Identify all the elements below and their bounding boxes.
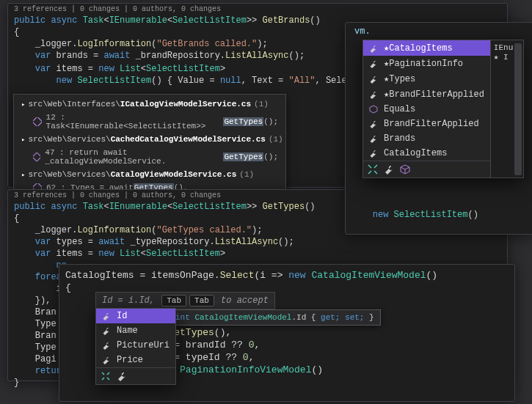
wrench-icon bbox=[369, 149, 379, 158]
method-icon bbox=[33, 117, 42, 126]
code-line[interactable]: var items = new List<SelectListItem> bbox=[8, 248, 507, 260]
autocomplete-item[interactable]: Name bbox=[96, 323, 175, 338]
svg-rect-1 bbox=[33, 153, 40, 161]
autocomplete-item[interactable]: Price bbox=[96, 353, 175, 367]
codelens-bar[interactable]: 3 references | 0 changes | 0 authors, 0 … bbox=[8, 4, 507, 15]
chevron-down-icon: ▸ bbox=[21, 136, 25, 144]
expand-icon[interactable] bbox=[101, 371, 111, 381]
svg-rect-0 bbox=[33, 117, 42, 126]
autocomplete-item[interactable]: Brands bbox=[363, 131, 490, 146]
autocomplete-item[interactable]: ★ Types bbox=[363, 71, 490, 87]
cube-icon bbox=[369, 105, 379, 114]
autocomplete-item[interactable]: ★ BrandFilterApplied bbox=[363, 87, 490, 102]
wrench-icon bbox=[369, 120, 379, 128]
star-icon: ★ bbox=[384, 43, 389, 54]
code-line[interactable]: vm. bbox=[349, 26, 532, 37]
autocomplete-list: ★ CatalogItems★ PaginationInfo★ Types★ B… bbox=[363, 40, 490, 177]
method-icon bbox=[33, 153, 40, 161]
autocomplete-item[interactable]: Equals bbox=[363, 102, 490, 117]
autocomplete-popup-1: ★ CatalogItems★ PaginationInfo★ Types★ B… bbox=[362, 40, 524, 178]
autocomplete-item[interactable]: Id bbox=[96, 309, 175, 323]
autocomplete-item[interactable]: ★ PaginationInfo bbox=[363, 56, 490, 71]
autocomplete-label: Equals bbox=[384, 104, 415, 114]
autocomplete-label: Id bbox=[117, 311, 127, 321]
ref-file-row[interactable]: ▸src\Web\Services\CatalogViewModelServic… bbox=[14, 168, 285, 181]
autocomplete-label: CatalogItems bbox=[389, 43, 452, 54]
autocomplete-popup-2: IdNamePictureUriPrice bbox=[95, 308, 176, 385]
chevron-down-icon: ▸ bbox=[21, 100, 25, 109]
inline-hint: Id = i.Id, TabTab to accept bbox=[95, 292, 275, 309]
wrench-icon[interactable] bbox=[384, 164, 394, 175]
star-icon: ★ bbox=[384, 58, 389, 69]
autocomplete-label: Types bbox=[389, 74, 415, 84]
autocomplete-label: Price bbox=[117, 355, 143, 365]
code-line[interactable]: new SelectListItem() bbox=[346, 209, 484, 221]
star-icon: ★ bbox=[384, 73, 389, 84]
autocomplete-item[interactable]: BrandFilterApplied bbox=[363, 117, 490, 131]
ref-line[interactable]: 12 : Task<IEnumerable<SelectListItem>> G… bbox=[14, 111, 285, 133]
wrench-icon[interactable] bbox=[117, 371, 127, 381]
star-wrench-icon bbox=[369, 44, 379, 53]
ref-file-row[interactable]: ▸src\Web\Interfaces\ICatalogViewModelSer… bbox=[14, 98, 285, 111]
code-line[interactable]: var types = await _typeRepository.ListAl… bbox=[8, 236, 507, 248]
autocomplete-label: BrandFilterApplied bbox=[389, 89, 484, 100]
star-wrench-icon bbox=[369, 75, 379, 84]
star-wrench-icon bbox=[369, 59, 379, 68]
autocomplete-label: PaginationInfo bbox=[389, 59, 463, 69]
ref-file-row[interactable]: ▸src\Web\Services\CachedCatalogViewModel… bbox=[14, 133, 285, 146]
autocomplete-toolbar bbox=[96, 367, 175, 384]
autocomplete-item[interactable]: CatalogItems bbox=[363, 146, 490, 161]
scrollbar[interactable] bbox=[514, 43, 522, 175]
wrench-icon bbox=[102, 356, 112, 364]
autocomplete-label: Name bbox=[117, 326, 138, 336]
autocomplete-item[interactable]: PictureUri bbox=[96, 338, 175, 353]
tab-key-hint: Tab bbox=[189, 295, 214, 306]
code-line[interactable]: CatalogItems = itemsOnPage.Select(i => n… bbox=[59, 269, 514, 282]
tab-key-hint: Tab bbox=[161, 295, 186, 306]
wrench-icon bbox=[369, 134, 379, 143]
ref-line[interactable]: 47 : return await _catalogViewModelServi… bbox=[14, 146, 285, 168]
star-wrench-icon bbox=[369, 90, 379, 99]
wrench-icon bbox=[102, 341, 112, 350]
wrench-icon bbox=[102, 312, 112, 320]
autocomplete-label: CatalogItems bbox=[384, 148, 447, 158]
signature-tooltip: int CatalogItemViewModel.Id { get; set; … bbox=[169, 309, 381, 326]
autocomplete-item[interactable]: ★ CatalogItems bbox=[363, 40, 490, 56]
autocomplete-label: Brands bbox=[384, 133, 415, 144]
cube-icon[interactable] bbox=[400, 164, 410, 175]
autocomplete-toolbar bbox=[363, 161, 490, 177]
autocomplete-label: PictureUri bbox=[117, 340, 170, 350]
chevron-down-icon: ▸ bbox=[21, 171, 25, 179]
star-icon: ★ bbox=[384, 89, 389, 100]
expand-icon[interactable] bbox=[368, 164, 378, 175]
wrench-icon bbox=[102, 326, 112, 335]
autocomplete-label: BrandFilterApplied bbox=[384, 119, 479, 129]
